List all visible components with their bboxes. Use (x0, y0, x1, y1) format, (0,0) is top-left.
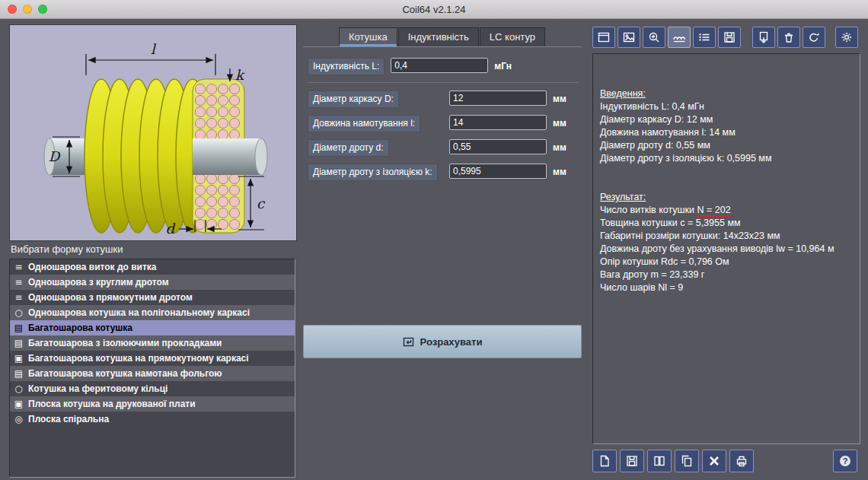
print-button[interactable] (729, 450, 754, 472)
zoom-in-button[interactable] (643, 27, 665, 48)
insulated-wire-diameter-input[interactable] (449, 164, 547, 179)
save-data-button[interactable] (718, 27, 741, 48)
dim-label-D: D (49, 148, 61, 164)
coil-type-flat-spiral[interactable]: ◎ Плоска спіральна (10, 412, 295, 427)
wire-diameter-input[interactable] (449, 139, 547, 154)
insulated-wire-diameter-unit: мм (553, 164, 579, 179)
list-item-label: Одношарова виток до витка (28, 262, 157, 272)
export-button[interactable] (752, 27, 775, 48)
calculate-button-label: Розрахувати (420, 336, 483, 348)
multilayer-insulated-pads-icon: ▤ (13, 338, 24, 348)
former-diameter-input[interactable] (449, 91, 547, 106)
result-line: Довжина намотування l: 14 мм (600, 126, 852, 139)
single-layer-rect-wire-icon: ≡ (13, 292, 24, 303)
export-icon (757, 30, 771, 44)
report-page-icon (598, 454, 611, 468)
save-button[interactable] (620, 450, 644, 472)
settings-button[interactable] (835, 27, 858, 48)
tab-inductance[interactable]: Індуктивність (398, 27, 479, 46)
result-section-header: Результат: (600, 191, 852, 204)
dim-label-d: d (165, 221, 175, 237)
coil-type-ferrite-ring[interactable]: ○ Котушка на феритовому кільці (10, 381, 295, 396)
minimize-button[interactable] (23, 5, 32, 14)
result-line: Діаметр дроту з ізоляцією k: 0,5995 мм (600, 152, 852, 165)
coil-diagram: l k D c d (10, 25, 296, 240)
former-diameter-unit: мм (553, 91, 579, 106)
report-button[interactable] (592, 450, 617, 472)
zoom-button[interactable] (38, 5, 47, 14)
pcb-coil-icon: ▣ (13, 399, 24, 409)
help-button[interactable]: ? (833, 450, 857, 472)
result-line: Довжина дроту без урахування виводів lw … (600, 243, 852, 256)
coil-mode-button[interactable] (668, 27, 691, 48)
multilayer-foil-icon: ▤ (13, 368, 24, 379)
calculate-icon (403, 336, 414, 348)
winding-length-input[interactable] (449, 115, 547, 130)
coil-type-multilayer[interactable]: ▤ Багатошарова котушка (10, 320, 295, 335)
image-button[interactable] (617, 27, 640, 48)
coil-type-pcb-flat[interactable]: ▣ Плоска котушка на друкованої плати (10, 396, 295, 412)
result-line: Діаметр дроту d: 0,55 мм (600, 139, 852, 152)
result-line: Товщина котушки c = 5,3955 мм (600, 217, 852, 230)
coil-type-single-layer-close-wound[interactable]: ≡ Одношарова виток до витка (10, 259, 295, 275)
delete-button[interactable] (777, 27, 800, 48)
pages-button[interactable] (647, 450, 672, 472)
result-line: Опір котушки Rdc = 0,796 Ом (600, 256, 852, 269)
image-icon (622, 30, 636, 44)
zoom-in-icon (647, 30, 661, 44)
svg-text:?: ? (843, 456, 848, 466)
list-item-label: Багатошарова котушка (28, 323, 132, 333)
list-item-label: Багатошарова котушка на прямокутному кар… (28, 353, 249, 364)
x-icon (707, 454, 721, 468)
result-line: Діаметр каркасу D: 12 мм (600, 113, 852, 126)
flat-spiral-coil-icon: ◎ (13, 414, 24, 424)
printer-icon (735, 454, 748, 468)
turns-value: N = 202 (697, 205, 730, 217)
help-icon: ? (838, 454, 852, 468)
list-button[interactable] (693, 27, 716, 48)
list-item-label: Багатошарова з ізолюючими прокладками (28, 338, 222, 348)
list-item-label: Багатошарова котушка намотана фольгою (28, 368, 222, 379)
result-line: Число шарів Nl = 9 (600, 281, 852, 294)
coil-type-single-layer-round-wire[interactable]: ≡ Одношарова з круглим дротом (10, 275, 295, 290)
coil-type-multilayer-insulated-pads[interactable]: ▤ Багатошарова з ізолюючими прокладками (10, 335, 295, 351)
trash-icon (782, 30, 796, 44)
coil-form: Індуктивність L: мГн Діаметр каркасу D: … (308, 58, 579, 188)
turns-prefix: Число витків котушки (600, 205, 697, 215)
coil-type-single-layer-rect-wire[interactable]: ≡ Одношарова з прямокутним дротом (10, 290, 295, 305)
inductance-input[interactable] (391, 58, 488, 73)
copy-button[interactable] (675, 450, 699, 472)
tab-bar: Котушка Індуктивність LC контур (303, 27, 582, 47)
coil-type-polygonal-former[interactable]: ○ Одношарова котушка на полігональному к… (10, 305, 295, 320)
save-icon (625, 454, 639, 468)
list-item-label: Одношарова котушка на полігональному кар… (28, 307, 250, 318)
winding-length-label: Довжина намотування l: (308, 115, 420, 132)
close-button[interactable] (8, 5, 17, 14)
inductance-label: Індуктивність L: (308, 58, 385, 75)
coil-type-multilayer-foil[interactable]: ▤ Багатошарова котушка намотана фольгою (10, 366, 295, 381)
list-icon (697, 30, 711, 44)
form-separator (308, 82, 579, 83)
two-pages-icon (653, 454, 666, 468)
list-item-label: Плоска спіральна (28, 414, 109, 424)
new-window-button[interactable] (592, 27, 615, 48)
ferrite-ring-coil-icon: ○ (13, 383, 24, 394)
tab-lc-circuit[interactable]: LC контур (480, 27, 545, 46)
insulated-wire-diameter-label: Діаметр дроту з ізоляцією k: (308, 164, 438, 181)
input-section-header: Введення: (600, 87, 852, 100)
reset-button[interactable] (803, 27, 825, 48)
coil-icon (672, 30, 686, 44)
save-data-icon (723, 30, 736, 44)
inductance-unit: мГн (494, 58, 520, 72)
select-coil-form-label: Вибрати форму котушки (11, 243, 123, 255)
results-panel[interactable]: Введення: Індуктивність L: 0,4 мГн Діаме… (592, 53, 860, 444)
result-line: Вага дроту m = 23,339 г (600, 269, 852, 281)
titlebar: Coil64 v2.1.24 (0, 0, 868, 19)
list-item-label: Одношарова з прямокутним дротом (28, 292, 193, 303)
tab-coil[interactable]: Котушка (339, 27, 397, 46)
coil-type-multilayer-rect-former[interactable]: ▣ Багатошарова котушка на прямокутному к… (10, 351, 295, 366)
calculate-button[interactable]: Розрахувати (303, 325, 582, 358)
list-item-label: Одношарова з круглим дротом (28, 277, 169, 288)
former-diameter-label: Діаметр каркасу D: (308, 91, 399, 108)
clear-button[interactable] (702, 450, 726, 472)
